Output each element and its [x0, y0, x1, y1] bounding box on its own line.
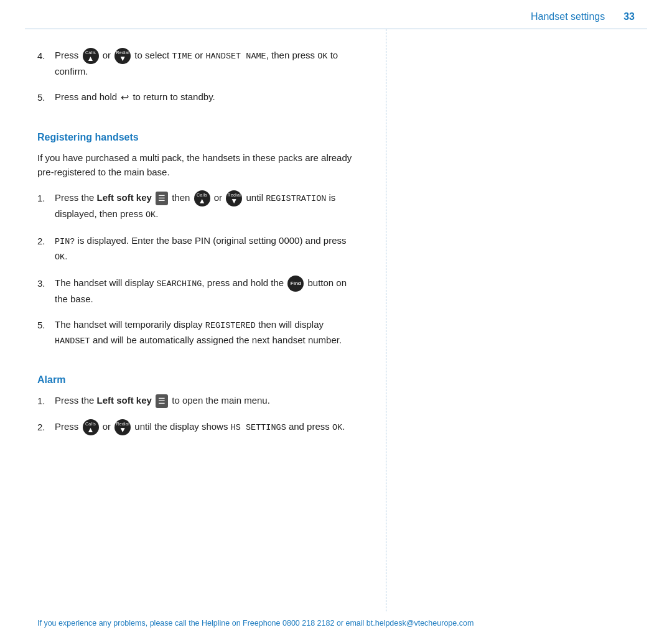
calls-up-icon-3: Calls ▲ [83, 419, 99, 435]
alarm-step-1: 1. Press the Left soft key ☰ to open the… [37, 393, 361, 408]
time-code: TIME [172, 52, 192, 61]
calls-up-icon: Calls ▲ [83, 48, 99, 64]
alarm-step-2-content: Press Calls ▲ or Redial ▼ until the disp… [55, 419, 361, 435]
menu-icon-2: ☰ [156, 394, 168, 408]
calls-down-icon-2: Redial ▼ [226, 190, 242, 206]
calls-down-icon: Redial ▼ [114, 48, 131, 64]
find-icon: Find [287, 276, 304, 292]
footer: If you experience any problems, please c… [0, 611, 672, 635]
reg-step-5-num: 5. [37, 317, 55, 332]
calls-up-icon-2: Calls ▲ [194, 190, 210, 206]
header-title: Handset settings [531, 11, 605, 22]
registering-intro: If you have purchased a multi pack, the … [37, 151, 361, 180]
spacer-1 [37, 117, 361, 129]
ok-reg-1: OK [146, 210, 156, 220]
hs-settings-code: HS SETTINGS [231, 423, 286, 432]
reg-step-2-content: PIN? is displayed. Enter the base PIN (o… [55, 233, 361, 264]
reg-step-5: 5. The handset will temporarily display … [37, 317, 361, 348]
header: Handset settings 33 [0, 0, 672, 29]
reg-step-3-content: The handset will display SEARCHING, pres… [55, 276, 361, 306]
reg-step-2-num: 2. [37, 233, 55, 248]
spacer-2 [37, 359, 361, 372]
reg-step-1-num: 1. [37, 190, 55, 205]
reg-step-3: 3. The handset will display SEARCHING, p… [37, 276, 361, 306]
alarm-step-1-num: 1. [37, 393, 55, 408]
searching-code: SEARCHING [156, 279, 202, 289]
reg-step-3-num: 3. [37, 276, 55, 290]
ok-alarm-2: OK [332, 423, 342, 432]
step-5-standby-content: Press and hold ↩ to return to standby. [55, 90, 361, 105]
header-page-number: 33 [623, 11, 635, 22]
handset-code: HANDSET [55, 336, 90, 346]
reg-step-1-content: Press the Left soft key ☰ then Calls ▲ o… [55, 190, 361, 222]
registered-code: REGISTERED [205, 321, 256, 330]
return-icon: ↩ [121, 90, 129, 106]
step-4: 4. Press Calls ▲ or Redial ▼ to select T… [37, 48, 361, 78]
content-area: 4. Press Calls ▲ or Redial ▼ to select T… [0, 29, 672, 611]
step-5-standby-num: 5. [37, 90, 55, 104]
alarm-step-2-num: 2. [37, 419, 55, 434]
ok-reg-2: OK [55, 253, 65, 262]
ok-code-4: OK [317, 52, 327, 61]
registering-heading: Registering handsets [37, 132, 361, 143]
reg-step-5-content: The handset will temporarily display REG… [55, 317, 361, 348]
left-soft-key-label-1: Left soft key [97, 192, 152, 203]
registration-code: REGISTRATION [266, 194, 326, 203]
main-column: 4. Press Calls ▲ or Redial ▼ to select T… [0, 29, 386, 611]
menu-icon-1: ☰ [156, 192, 168, 205]
alarm-heading: Alarm [37, 374, 361, 386]
calls-down-icon-3: Redial ▼ [114, 419, 131, 435]
alarm-step-1-content: Press the Left soft key ☰ to open the ma… [55, 393, 361, 408]
step-5-standby: 5. Press and hold ↩ to return to standby… [37, 90, 361, 105]
pin-code: PIN? [55, 237, 75, 246]
footer-text: If you experience any problems, please c… [37, 619, 474, 628]
page-container: Handset settings 33 4. Press Calls ▲ or … [0, 0, 672, 635]
reg-step-1: 1. Press the Left soft key ☰ then Calls … [37, 190, 361, 222]
step-4-num: 4. [37, 48, 55, 63]
alarm-step-2: 2. Press Calls ▲ or Redial ▼ until the d… [37, 419, 361, 435]
step-4-content: Press Calls ▲ or Redial ▼ to select TIME… [55, 48, 361, 78]
handset-name-code: HANDSET NAME [206, 52, 266, 61]
right-column [386, 29, 647, 611]
left-soft-key-label-2: Left soft key [97, 395, 152, 406]
reg-step-2: 2. PIN? is displayed. Enter the base PIN… [37, 233, 361, 264]
